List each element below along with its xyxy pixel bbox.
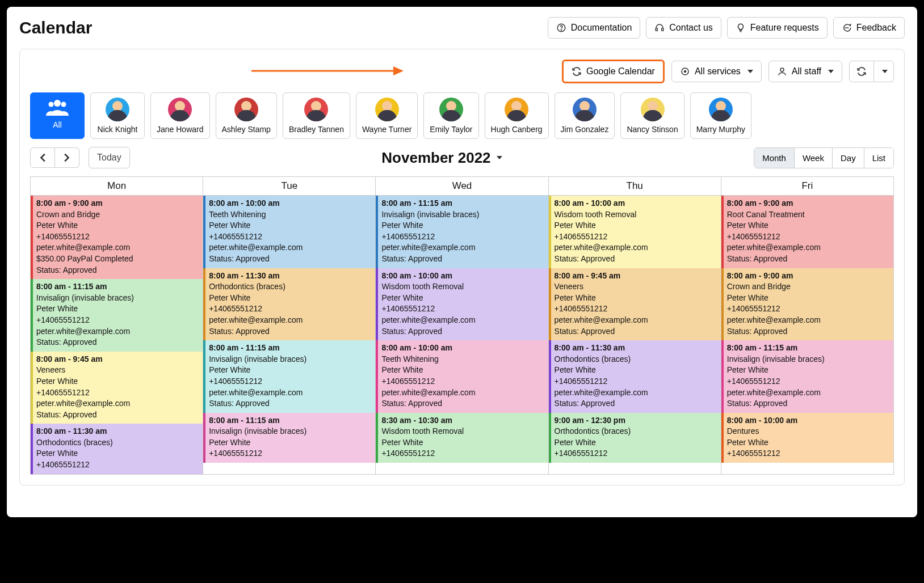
next-button[interactable]	[55, 147, 79, 168]
staff-card[interactable]: Nick Knight	[90, 92, 145, 139]
svg-point-12	[54, 100, 61, 107]
calendar-event[interactable]: 8:00 am - 11:30 amOrthodontics (braces)P…	[203, 268, 375, 341]
event-client: Peter White	[36, 220, 199, 231]
calendar-event[interactable]: 8:00 am - 11:15 amInvisalign (invisable …	[721, 340, 893, 413]
contact-button[interactable]: Contact us	[646, 17, 721, 39]
event-phone: +14065551212	[381, 303, 544, 315]
refresh-more-button[interactable]	[874, 61, 894, 82]
day-cell: 8:00 am - 11:15 amInvisalign (invisable …	[376, 196, 548, 475]
documentation-button[interactable]: Documentation	[548, 17, 641, 39]
event-phone: +14065551212	[209, 448, 372, 459]
google-calendar-button[interactable]: Google Calendar	[562, 60, 665, 83]
event-client: Peter White	[555, 293, 717, 304]
all-staff-dropdown[interactable]: All staff	[768, 61, 842, 82]
staff-card[interactable]: Emily Taylor	[423, 92, 478, 139]
calendar-event[interactable]: 8:00 am - 10:00 amWisdom tooth RemovalPe…	[549, 196, 721, 268]
svg-rect-2	[656, 28, 658, 31]
feedback-label: Feedback	[856, 23, 896, 33]
event-time: 8:00 am - 10:00 am	[381, 343, 544, 354]
staff-card[interactable]: Nancy Stinson	[620, 92, 684, 139]
calendar-event[interactable]: 9:00 am - 12:30 pmOrthodontics (braces)P…	[549, 413, 721, 463]
event-phone: +14065551212	[555, 231, 717, 243]
svg-rect-3	[662, 28, 663, 31]
staff-card[interactable]: Hugh Canberg	[485, 92, 549, 139]
event-client: Peter White	[36, 376, 199, 387]
staff-card-label: Nancy Stinson	[627, 125, 678, 134]
feature-requests-button[interactable]: Feature requests	[727, 17, 828, 39]
month-picker[interactable]: November 2022	[381, 149, 502, 167]
calendar-event[interactable]: 8:00 am - 9:00 amCrown and BridgePeter W…	[31, 196, 203, 279]
day-header: Wed	[376, 177, 548, 196]
sync-icon	[572, 66, 582, 77]
event-time: 8:00 am - 11:30 am	[209, 271, 372, 282]
calendar-event[interactable]: 8:00 am - 11:15 amInvisalign (invisable …	[203, 340, 375, 413]
staff-card[interactable]: Marry Murphy	[690, 92, 751, 139]
event-status: Status: Approved	[727, 398, 890, 409]
view-day-button[interactable]: Day	[832, 148, 864, 168]
staff-card[interactable]: Bradley Tannen	[283, 92, 350, 139]
calendar-event[interactable]: 8:00 am - 9:00 amRoot Canal TreatmentPet…	[721, 196, 893, 268]
event-email: peter.white@example.com	[727, 315, 890, 326]
day-cell: 8:00 am - 9:00 amRoot Canal TreatmentPet…	[721, 196, 893, 475]
day-header: Mon	[31, 177, 203, 196]
event-service: Crown and Bridge	[727, 281, 890, 293]
staff-card[interactable]: All	[30, 92, 85, 139]
calendar-event[interactable]: 8:00 am - 11:15 amInvisalign (invisable …	[203, 413, 375, 463]
calendar-event[interactable]: 8:00 am - 11:30 amOrthodontics (braces)P…	[31, 424, 203, 474]
event-service: Invisalign (invisable braces)	[381, 209, 544, 221]
calendar-event[interactable]: 8:00 am - 10:00 amWisdom tooth RemovalPe…	[376, 268, 548, 341]
calendar-event[interactable]: 8:30 am - 10:30 amWisdom tooth RemovalPe…	[376, 413, 548, 463]
view-week-button[interactable]: Week	[794, 148, 832, 168]
event-time: 8:00 am - 11:30 am	[36, 426, 199, 437]
refresh-button[interactable]	[849, 61, 874, 82]
svg-point-11	[780, 68, 784, 71]
view-month-button[interactable]: Month	[754, 148, 794, 168]
calendar-event[interactable]: 8:00 am - 10:00 amDenturesPeter White+14…	[721, 413, 893, 463]
day-cell: 8:00 am - 10:00 amTeeth WhiteningPeter W…	[203, 196, 376, 475]
event-email: peter.white@example.com	[381, 315, 544, 326]
event-status: Status: Approved	[381, 254, 544, 265]
avatar	[439, 98, 463, 121]
calendar-event[interactable]: 8:00 am - 10:00 amTeeth WhiteningPeter W…	[203, 196, 375, 268]
event-time: 8:00 am - 9:45 am	[36, 354, 199, 365]
event-status: Status: Approved	[209, 326, 372, 337]
chevron-down-icon	[882, 70, 888, 73]
event-service: Teeth Whitening	[381, 354, 544, 365]
event-service: Wisdom tooth Removal	[381, 426, 544, 437]
calendar-event[interactable]: 8:00 am - 9:45 amVeneersPeter White+1406…	[549, 268, 721, 341]
calendar-event[interactable]: 8:00 am - 10:00 amTeeth WhiteningPeter W…	[376, 340, 548, 413]
view-list-button[interactable]: List	[864, 148, 893, 168]
staff-card-label: All	[53, 120, 62, 129]
staff-card[interactable]: Ashley Stamp	[216, 92, 277, 139]
day-header: Tue	[203, 177, 376, 196]
svg-marker-8	[393, 66, 404, 75]
staff-card[interactable]: Jim Gonzalez	[555, 92, 615, 139]
svg-point-14	[61, 102, 66, 107]
today-button[interactable]: Today	[89, 147, 130, 168]
event-service: Crown and Bridge	[36, 209, 199, 221]
feedback-button[interactable]: Feedback	[833, 17, 905, 39]
event-client: Peter White	[727, 293, 890, 304]
staff-card-label: Hugh Canberg	[491, 125, 543, 134]
calendar-event[interactable]: 8:00 am - 11:30 amOrthodontics (braces)P…	[549, 340, 721, 413]
event-email: peter.white@example.com	[209, 387, 372, 399]
svg-point-5	[846, 28, 847, 28]
staff-card[interactable]: Jane Howard	[150, 92, 210, 139]
view-switch: Month Week Day List	[754, 147, 894, 168]
calendar-event[interactable]: 8:00 am - 11:15 amInvisalign (invisable …	[31, 279, 203, 352]
avatar	[304, 98, 328, 121]
avatar	[168, 98, 192, 121]
event-status: Status: Approved	[36, 337, 199, 348]
staff-card[interactable]: Wayne Turner	[356, 92, 418, 139]
avatar	[106, 98, 129, 121]
calendar-event[interactable]: 8:00 am - 9:45 amVeneersPeter White+1406…	[31, 352, 203, 424]
event-email: peter.white@example.com	[36, 326, 199, 337]
calendar-event[interactable]: 8:00 am - 11:15 amInvisalign (invisable …	[376, 196, 548, 268]
prev-button[interactable]	[30, 147, 55, 168]
all-services-dropdown[interactable]: All services	[671, 61, 762, 82]
lightbulb-icon	[736, 23, 746, 33]
chevron-left-icon	[37, 153, 48, 163]
staff-card-label: Ashley Stamp	[222, 125, 271, 134]
calendar-event[interactable]: 8:00 am - 9:00 amCrown and BridgePeter W…	[721, 268, 893, 341]
svg-point-6	[848, 28, 849, 28]
